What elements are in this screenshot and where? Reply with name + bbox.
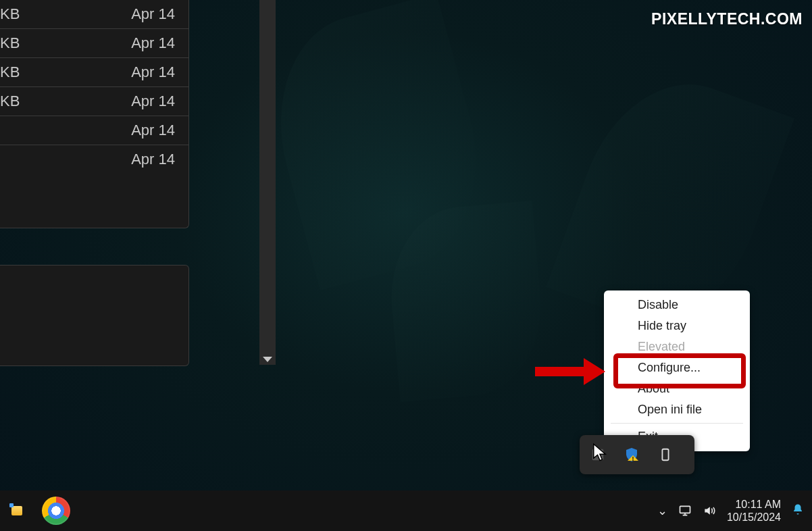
file-size: KB <box>0 64 20 81</box>
menu-item-configure[interactable]: Configure... <box>604 357 750 378</box>
file-size: KB <box>0 5 20 23</box>
scroll-down-icon[interactable] <box>263 357 272 362</box>
file-row[interactable]: KBApr 14 <box>0 29 188 58</box>
vertical-scrollbar[interactable] <box>259 0 276 365</box>
file-size: KB <box>0 34 20 52</box>
tray-context-menu: DisableHide trayElevatedConfigure...Abou… <box>604 290 750 451</box>
file-row[interactable]: Apr 14 <box>0 116 188 145</box>
svg-rect-2 <box>662 449 668 461</box>
file-row[interactable]: KBApr 14 <box>0 58 188 87</box>
notification-bell-icon[interactable] <box>792 503 804 519</box>
preview-panel <box>0 265 189 366</box>
file-date: Apr 14 <box>131 93 175 110</box>
tray-chevron-icon[interactable]: ⌄ <box>657 503 667 518</box>
file-date: Apr 14 <box>131 122 175 139</box>
file-explorer-icon[interactable] <box>3 497 31 525</box>
chrome-icon[interactable] <box>42 497 70 525</box>
file-list-panel: KBApr 14KBApr 14KBApr 14KBApr 14Apr 14Ap… <box>0 0 189 228</box>
menu-item-hide-tray[interactable]: Hide tray <box>604 315 750 336</box>
annotation-arrow <box>535 358 609 385</box>
file-date: Apr 14 <box>131 5 175 23</box>
file-row[interactable]: KBApr 14 <box>0 87 188 116</box>
menu-item-open-ini-file[interactable]: Open ini file <box>604 399 750 420</box>
menu-item-elevated: Elevated <box>604 336 750 357</box>
shield-warning-icon[interactable]: ! <box>623 446 640 463</box>
file-date: Apr 14 <box>131 151 175 168</box>
taskbar-clock[interactable]: 10:11 AM 10/15/2024 <box>727 498 781 524</box>
file-row[interactable]: Apr 14 <box>0 145 188 174</box>
taskbar: ⌄ 10:11 AM 10/15/2024 <box>0 490 812 531</box>
menu-item-about[interactable]: About <box>604 378 750 399</box>
file-row[interactable]: KBApr 14 <box>0 0 188 29</box>
watermark-text: PIXELLYTECH.COM <box>651 10 803 28</box>
svg-text:!: ! <box>632 455 634 462</box>
file-date: Apr 14 <box>131 64 175 81</box>
file-size: KB <box>0 93 20 110</box>
cursor-icon <box>591 442 609 465</box>
menu-item-disable[interactable]: Disable <box>604 295 750 315</box>
menu-separator <box>611 423 743 424</box>
device-icon[interactable] <box>657 446 674 463</box>
svg-rect-3 <box>680 506 690 513</box>
clock-time: 10:11 AM <box>727 498 781 511</box>
file-date: Apr 14 <box>131 34 175 52</box>
monitor-icon[interactable] <box>678 504 692 517</box>
volume-icon[interactable] <box>703 504 716 517</box>
clock-date: 10/15/2024 <box>727 511 781 524</box>
